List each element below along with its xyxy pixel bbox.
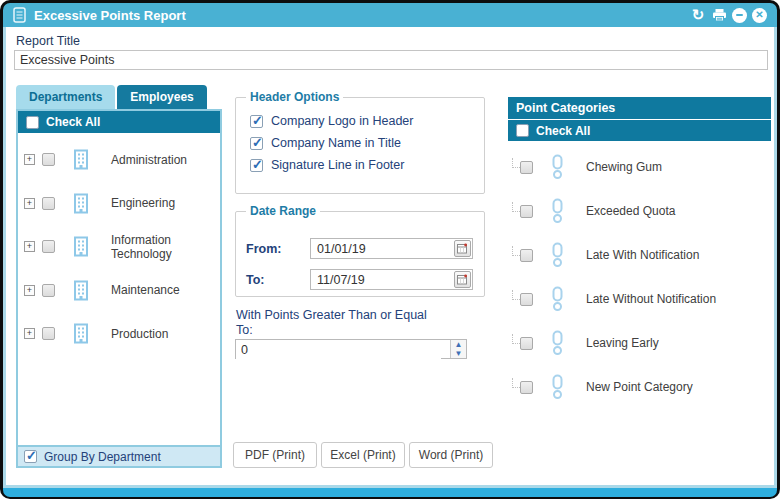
point-category-checkbox[interactable] <box>520 337 533 350</box>
point-category-label: Late Without Notification <box>586 292 716 306</box>
header-options-legend: Header Options <box>246 90 343 104</box>
point-category-icon <box>551 286 564 312</box>
point-category-icon <box>551 198 564 224</box>
point-category-row: Leaving Early <box>508 321 771 365</box>
point-category-icon <box>551 330 564 356</box>
point-categories-check-all-bar: Check All <box>508 120 771 141</box>
departments-panel: Check All + Administration + <box>16 109 222 468</box>
department-checkbox[interactable] <box>42 284 55 297</box>
pdf-print-button[interactable]: PDF (Print) <box>233 442 317 468</box>
department-checkbox[interactable] <box>42 153 55 166</box>
tree-connector <box>512 334 520 344</box>
points-stepper: ▲ ▼ <box>450 340 466 358</box>
window-frame: Excessive Points Report ↻ ✕ Report Title… <box>0 0 780 499</box>
building-icon <box>71 323 91 344</box>
tree-connector <box>512 290 520 300</box>
minimize-icon[interactable] <box>732 8 747 23</box>
point-category-icon <box>551 374 564 400</box>
dialog-body: Report Title Departments Employees Check… <box>3 27 777 488</box>
departments-check-all-checkbox[interactable] <box>26 116 39 129</box>
tab-employees[interactable]: Employees <box>117 85 206 109</box>
building-icon <box>71 149 91 170</box>
point-category-row: Late Without Notification <box>508 277 771 321</box>
company-logo-label: Company Logo in Header <box>271 114 413 128</box>
point-category-checkbox[interactable] <box>520 161 533 174</box>
point-category-label: Leaving Early <box>586 336 659 350</box>
department-label: Production <box>111 327 168 341</box>
point-categories-check-all-checkbox[interactable] <box>516 124 529 137</box>
close-icon[interactable]: ✕ <box>752 8 767 23</box>
group-by-department-bar: Group By Department <box>18 445 220 466</box>
report-title-input[interactable] <box>14 50 768 70</box>
to-label: To: <box>246 273 310 287</box>
department-label: Engineering <box>111 196 175 210</box>
department-label: Maintenance <box>111 283 180 297</box>
calendar-icon[interactable] <box>454 271 471 288</box>
expand-icon[interactable]: + <box>24 285 35 296</box>
tab-departments[interactable]: Departments <box>16 85 115 109</box>
point-category-list: Chewing Gum Exceeded Quota Late With N <box>508 145 771 409</box>
point-category-checkbox[interactable] <box>520 381 533 394</box>
company-logo-checkbox[interactable] <box>250 115 263 128</box>
point-category-checkbox[interactable] <box>520 249 533 262</box>
tree-connector <box>512 202 520 212</box>
point-categories-check-all-label: Check All <box>536 124 590 138</box>
department-row: + Production <box>18 312 220 356</box>
date-to-row: To: <box>246 269 476 290</box>
expand-icon[interactable]: + <box>24 198 35 209</box>
option-row: Signature Line in Footer <box>250 158 476 172</box>
tree-connector <box>512 378 520 388</box>
group-by-department-label: Group By Department <box>44 450 161 464</box>
point-category-row: Late With Notification <box>508 233 771 277</box>
window-bottom-edge <box>3 488 777 497</box>
point-category-checkbox[interactable] <box>520 293 533 306</box>
department-checkbox[interactable] <box>42 197 55 210</box>
word-print-button[interactable]: Word (Print) <box>409 442 493 468</box>
window-title: Excessive Points Report <box>34 8 186 23</box>
print-icon[interactable] <box>711 7 727 23</box>
building-icon <box>71 280 91 301</box>
point-category-label: Exceeded Quota <box>586 204 675 218</box>
option-row: Company Logo in Header <box>250 114 476 128</box>
point-categories-header: Point Categories <box>508 97 771 119</box>
signature-line-checkbox[interactable] <box>250 159 263 172</box>
print-buttons: PDF (Print) Excel (Print) Word (Print) <box>233 442 493 468</box>
department-checkbox[interactable] <box>42 240 55 253</box>
company-name-checkbox[interactable] <box>250 137 263 150</box>
department-checkbox[interactable] <box>42 327 55 340</box>
report-document-icon <box>13 7 26 23</box>
point-category-label: Chewing Gum <box>586 160 662 174</box>
expand-icon[interactable]: + <box>24 328 35 339</box>
points-threshold-label: With Points Greater Than or Equal To: <box>236 308 486 338</box>
date-from-row: From: <box>246 238 476 259</box>
building-icon <box>71 236 91 257</box>
department-list: + Administration + <box>18 133 220 445</box>
expand-icon[interactable]: + <box>24 154 35 165</box>
points-threshold-input[interactable] <box>236 341 441 359</box>
signature-line-label: Signature Line in Footer <box>271 158 404 172</box>
header-options-fieldset: Header Options Company Logo in Header Co… <box>235 90 485 194</box>
tree-connector <box>512 158 520 168</box>
stepper-up-icon[interactable]: ▲ <box>451 340 466 349</box>
point-category-row: Chewing Gum <box>508 145 771 189</box>
company-name-label: Company Name in Title <box>271 136 401 150</box>
from-label: From: <box>246 242 310 256</box>
calendar-icon[interactable] <box>454 240 471 257</box>
department-row: + Maintenance <box>18 269 220 313</box>
date-range-fieldset: Date Range From: <box>235 204 485 297</box>
building-icon <box>71 193 91 214</box>
points-threshold-field: ▲ ▼ <box>235 339 467 359</box>
titlebar-controls: ↻ ✕ <box>690 7 767 23</box>
excel-print-button[interactable]: Excel (Print) <box>321 442 405 468</box>
date-range-legend: Date Range <box>246 204 320 218</box>
stepper-down-icon[interactable]: ▼ <box>451 349 466 358</box>
group-by-department-checkbox[interactable] <box>24 450 37 463</box>
expand-icon[interactable]: + <box>24 241 35 252</box>
from-date-input[interactable] <box>310 238 473 259</box>
point-category-checkbox[interactable] <box>520 205 533 218</box>
report-title-label: Report Title <box>16 34 80 48</box>
point-category-label: Late With Notification <box>586 248 699 262</box>
to-date-input[interactable] <box>310 269 473 290</box>
titlebar: Excessive Points Report ↻ ✕ <box>3 3 777 27</box>
refresh-icon[interactable]: ↻ <box>690 6 706 22</box>
